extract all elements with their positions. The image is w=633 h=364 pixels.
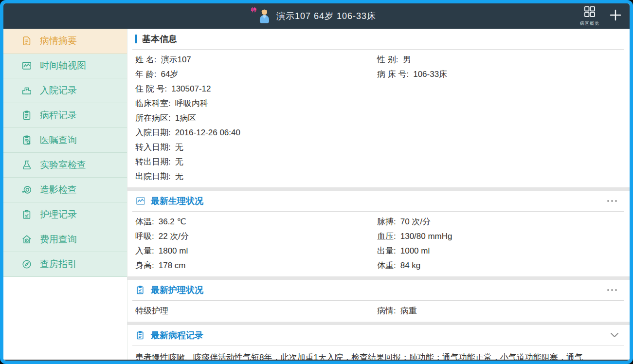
section-separator [127, 187, 630, 191]
field-label: 转入日期: [135, 142, 171, 153]
field-value: 2016-12-26 06:40 [175, 128, 240, 138]
progress-header[interactable]: 最新病程记录 [127, 325, 630, 346]
progress-note-text: 患者慢性咳嗽、咳痰伴活动性气短8年，此次加重1天入院，检查结果回报：肺功能：通气… [135, 352, 620, 361]
basic-info-header: 基本信息 [127, 29, 630, 49]
info-row: 特级护理 病情:病重 [127, 303, 630, 318]
section-separator [127, 276, 630, 280]
field-label: 体重: [377, 260, 396, 271]
more-menu-icon[interactable] [606, 286, 618, 294]
field-label: 血压: [377, 231, 396, 242]
summary-doc-icon [21, 35, 33, 47]
sidebar-item-label: 造影检查 [40, 183, 77, 196]
nursing-header[interactable]: 最新护理状况 [127, 280, 630, 300]
sidebar-item-progress-notes[interactable]: 病程记录 [3, 103, 127, 128]
sidebar-item-label: 费用查询 [40, 233, 77, 246]
field-label: 病情: [377, 305, 396, 316]
title-accent-bar [135, 35, 137, 43]
app-window: 特 演示107 64岁 106-33床 [0, 0, 633, 364]
field-value: 1病区 [175, 112, 196, 124]
sidebar-item-rounds[interactable]: 查房指引 [3, 252, 127, 277]
field-value: 演示107 [161, 54, 191, 65]
field-value: 22 次/分 [159, 231, 189, 242]
vitals-header[interactable]: 最新生理状况 [127, 191, 630, 211]
info-row: 入院日期:2016-12-26 06:40 [127, 125, 630, 140]
field-value: 1000 ml [400, 246, 430, 256]
sidebar-item-orders[interactable]: 医嘱查询 [3, 128, 127, 153]
chevron-down-icon[interactable] [610, 331, 619, 340]
field-value: 106-33床 [413, 69, 447, 80]
more-menu-icon[interactable] [606, 197, 618, 205]
sidebar-item-label: 护理记录 [40, 208, 77, 221]
patient-avatar-icon: 特 [257, 8, 271, 24]
field-value: 无 [175, 156, 183, 167]
clipboard-icon [135, 330, 146, 341]
field-label: 性 别: [377, 54, 398, 65]
field-value: 70 次/分 [400, 216, 431, 227]
sidebar-item-label: 查房指引 [40, 258, 77, 271]
progress-clipboard-icon [21, 109, 33, 121]
section-title: 最新护理状况 [151, 284, 203, 296]
ward-overview-button[interactable]: 病区概览 [580, 5, 599, 27]
section-separator [127, 322, 630, 325]
field-label: 脉搏: [377, 216, 396, 227]
orders-clipboard-search-icon [21, 134, 33, 146]
chart-icon [135, 196, 146, 206]
ward-overview-label: 病区概览 [580, 20, 599, 27]
field-value: 病重 [400, 305, 417, 316]
field-label: 出量: [377, 245, 396, 256]
sidebar-item-label: 医嘱查询 [40, 134, 77, 146]
info-row: 转出日期:无 [127, 154, 630, 169]
rounds-compass-icon [21, 258, 33, 270]
field-value: 无 [175, 142, 183, 153]
clipboard-icon [135, 285, 146, 295]
info-row: 体温:36.2 ℃ 脉搏:70 次/分 [127, 214, 630, 229]
sidebar-item-imaging[interactable]: 造影检查 [3, 178, 127, 202]
field-value: 男 [402, 54, 411, 65]
field-value: 64岁 [161, 69, 178, 80]
sidebar-item-label: 病情摘要 [40, 35, 77, 47]
patient-header[interactable]: 特 演示107 64岁 106-33床 [257, 8, 376, 24]
grid-icon [583, 5, 596, 20]
info-row: 呼吸:22 次/分 血压:130/80 mmHg [127, 229, 630, 243]
top-bar-actions: 病区概览 [580, 3, 623, 29]
field-label: 病 床 号: [377, 69, 409, 80]
top-bar: 特 演示107 64岁 106-33床 [3, 3, 630, 29]
field-value: 84 kg [400, 261, 421, 271]
field-value: 1800 ml [159, 246, 188, 256]
sidebar: 病情摘要 时间轴视图 入院记录 [3, 29, 127, 361]
field-label: 年 龄: [135, 69, 156, 80]
field-label: 所在病区: [135, 112, 171, 124]
field-label: 呼吸: [135, 231, 154, 242]
field-label: 转出日期: [135, 156, 171, 167]
sidebar-item-nursing[interactable]: 护理记录 [3, 202, 127, 227]
sidebar-item-lab[interactable]: 实验室检查 [3, 153, 127, 178]
sidebar-item-timeline[interactable]: 时间轴视图 [3, 54, 127, 78]
field-label: 住 院 号: [135, 83, 167, 94]
sidebar-item-summary[interactable]: 病情摘要 [3, 29, 127, 54]
plus-icon [608, 8, 623, 24]
imaging-target-icon [21, 184, 33, 196]
field-label: 姓 名: [135, 54, 156, 65]
sidebar-item-cost[interactable]: 费用查询 [3, 227, 127, 252]
info-row: 出院日期:无 [127, 169, 630, 183]
add-button[interactable] [608, 8, 623, 24]
field-label: 入量: [135, 245, 154, 256]
info-row: 入量:1800 ml 出量:1000 ml [127, 243, 630, 258]
field-value: 呼吸内科 [175, 98, 208, 109]
lab-flask-icon [21, 159, 33, 171]
field-label: 身高: [135, 260, 154, 271]
main-content: 基本信息 姓 名:演示107 性 别:男 年 龄:64岁 病 床 号:106-3… [127, 29, 630, 361]
info-row: 住 院 号:130507-12 [127, 81, 630, 96]
info-row: 临床科室:呼吸内科 [127, 96, 630, 110]
sidebar-item-admission[interactable]: 入院记录 [3, 78, 127, 103]
sidebar-item-label: 入院记录 [40, 84, 77, 97]
progress-note-container: 患者慢性咳嗽、咳痰伴活动性气短8年，此次加重1天入院，检查结果回报：肺功能：通气… [127, 346, 630, 361]
field-value: 36.2 ℃ [159, 217, 186, 227]
nursing-rows: 特级护理 病情:病重 [127, 301, 630, 322]
field-label: 入院日期: [135, 127, 171, 138]
sidebar-item-label: 病程记录 [40, 109, 77, 122]
basic-info-rows: 姓 名:演示107 性 别:男 年 龄:64岁 病 床 号:106-33床 住 … [127, 50, 630, 187]
timeline-chart-icon [21, 60, 33, 72]
field-value: 130507-12 [171, 84, 211, 94]
special-care-badge: 特 [251, 6, 256, 14]
